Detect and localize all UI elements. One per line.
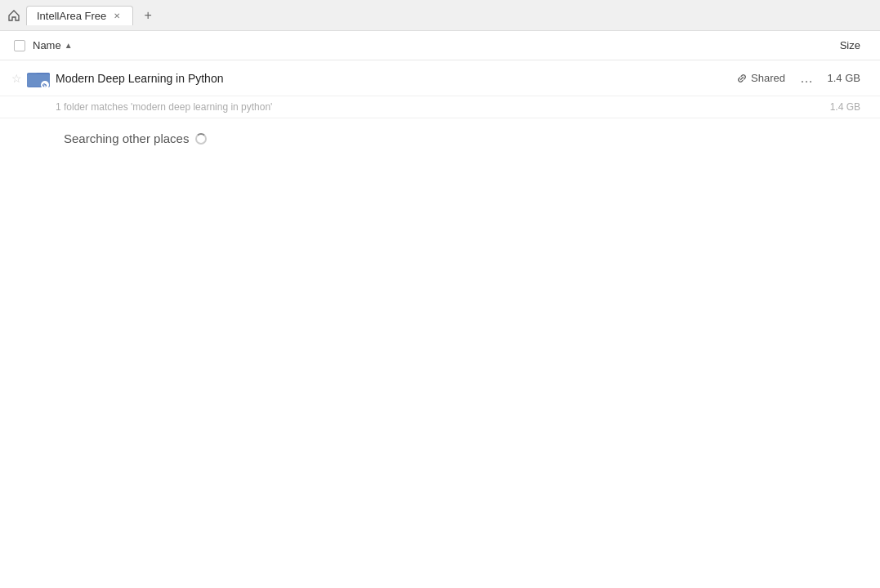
shared-badge: Shared [736, 72, 785, 84]
loading-spinner [195, 133, 207, 145]
select-all-checkbox[interactable] [7, 40, 33, 51]
size-column-header[interactable]: Size [808, 39, 873, 51]
new-tab-button[interactable]: + [138, 6, 158, 25]
match-info-row: 1 folder matches 'modern deep learning i… [0, 96, 880, 118]
name-column-header[interactable]: Name ▲ [33, 39, 808, 51]
checkbox-icon [14, 40, 25, 51]
shared-label: Shared [751, 72, 785, 84]
sort-arrow-icon: ▲ [65, 41, 73, 50]
folder-icon [26, 69, 52, 88]
more-options-button[interactable]: … [795, 67, 818, 90]
searching-row: Searching other places [0, 118, 880, 158]
name-label: Name [33, 39, 61, 51]
file-size: 1.4 GB [824, 72, 873, 84]
titlebar: IntellArea Free ✕ + [0, 0, 880, 31]
match-info-size: 1.4 GB [830, 101, 873, 113]
searching-label: Searching other places [64, 131, 189, 145]
file-name: Modern Deep Learning in Python [56, 72, 736, 85]
tab-label: IntellArea Free [37, 10, 106, 22]
column-headers: Name ▲ Size [0, 31, 880, 60]
tab-close-button[interactable]: ✕ [111, 10, 123, 21]
match-info-text: 1 folder matches 'modern deep learning i… [56, 101, 830, 113]
home-icon[interactable] [7, 8, 21, 23]
titlebar-tab[interactable]: IntellArea Free ✕ [26, 6, 133, 25]
file-row[interactable]: ☆ Modern Deep Learning in Python Shared … [0, 60, 880, 96]
link-icon [736, 73, 748, 84]
star-button[interactable]: ☆ [7, 72, 26, 85]
